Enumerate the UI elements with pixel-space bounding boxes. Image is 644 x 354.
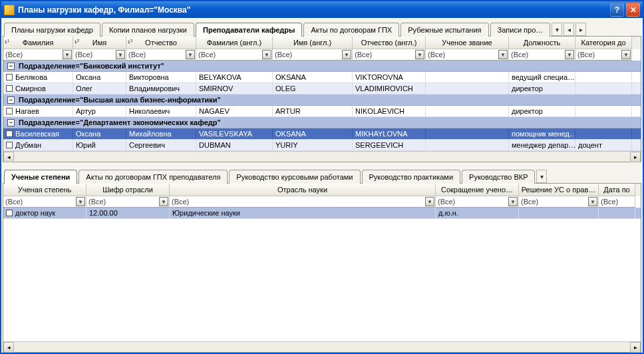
empty-grid-area — [3, 219, 641, 341]
help-button[interactable]: ? — [610, 3, 624, 17]
scrollbar-horizontal[interactable]: ◂ ▸ — [3, 151, 641, 162]
main-tabbar: Планы нагрузки кафедр Копии планов нагру… — [1, 18, 643, 36]
row-checkbox[interactable] — [6, 210, 13, 216]
tab-degrees[interactable]: Ученые степени — [4, 170, 77, 184]
table-row[interactable]: доктор наук 12.00.00 Юридические науки д… — [3, 208, 641, 219]
scroll-track[interactable] — [14, 342, 630, 352]
collapse-icon[interactable]: − — [7, 63, 15, 70]
lower-filter-row: (Все)▼ (Все)▼ (Все)▼ (Все)▼ (Все)▼ (Все) — [3, 196, 641, 208]
collapse-icon[interactable]: − — [7, 96, 15, 104]
lower-tabbar: Ученые степени Акты по договорам ГПХ пре… — [1, 169, 643, 183]
col-surname-en[interactable]: Фамилия (англ.) — [196, 37, 273, 49]
row-checkbox[interactable] — [6, 74, 13, 81]
chevron-down-icon[interactable]: ▼ — [76, 197, 85, 206]
table-row[interactable]: Смирнов Олег Владимирович SMIRNOV OLEG V… — [3, 83, 641, 94]
scroll-right-icon[interactable]: ▸ — [630, 342, 641, 353]
lower-grid-header: Ученая степень Шифр отрасли Отрасль наук… — [3, 184, 641, 196]
close-button[interactable]: ✕ — [626, 3, 640, 17]
table-row-selected[interactable]: Василевская Оксана Михайловна VASILEVSKA… — [3, 128, 641, 140]
scroll-left-icon[interactable]: ◂ — [3, 152, 14, 162]
tab-practice[interactable]: Руководство практиками — [362, 170, 461, 184]
tab-thesis[interactable]: Руководство ВКР — [462, 170, 535, 184]
tab-plans[interactable]: Планы нагрузки кафедр — [4, 23, 100, 37]
filter-branch[interactable]: (Все)▼ — [170, 196, 436, 208]
row-checkbox[interactable] — [6, 130, 13, 137]
scroll-track[interactable] — [14, 152, 630, 162]
filter-degree[interactable]: (Все)▼ — [3, 196, 86, 208]
lower-section: Ученые степени Акты по договорам ГПХ пре… — [1, 169, 643, 353]
chevron-down-icon[interactable]: ▼ — [588, 197, 597, 206]
col-branch[interactable]: Отрасль науки — [170, 184, 436, 196]
row-checkbox[interactable] — [6, 85, 13, 92]
group-label: Подразделение="Департамент экономических… — [19, 118, 221, 126]
group-business-school[interactable]: − Подразделение="Высшая школа бизнес-инф… — [3, 94, 641, 106]
app-window: Планы нагрузки кафедр, Филиал="Москва" ?… — [0, 0, 644, 354]
chevron-down-icon[interactable]: ▼ — [425, 197, 434, 206]
chevron-down-icon[interactable]: ▼ — [498, 50, 508, 59]
chevron-down-icon[interactable]: ▼ — [159, 197, 168, 206]
chevron-down-icon[interactable]: ▼ — [565, 50, 574, 59]
filter-code[interactable]: (Все)▼ — [86, 196, 170, 208]
chevron-down-icon[interactable]: ▼ — [342, 50, 351, 59]
collapse-icon[interactable]: − — [7, 119, 15, 126]
table-row[interactable]: Дубман Юрий Сергеевич DUBMAN YURIY SERGE… — [3, 140, 641, 151]
col-patronymic[interactable]: ₁³Отчество — [126, 37, 196, 49]
group-economics-dept[interactable]: − Подразделение="Департамент экономическ… — [3, 117, 641, 128]
tab-acts[interactable]: Акты по договорам ГПХ — [303, 23, 399, 37]
scroll-right-icon[interactable]: ▸ — [630, 152, 641, 162]
tab-records[interactable]: Записи про… — [490, 23, 551, 37]
filter-rank[interactable]: (Все)▼ — [426, 49, 509, 61]
filter-category[interactable]: (Все)▼ — [575, 49, 632, 61]
col-surname[interactable]: ₁¹Фамилия — [3, 37, 73, 49]
filter-patronymic[interactable]: (Все)▼ — [126, 49, 196, 61]
tab-teacher-acts[interactable]: Акты по договорам ГПХ преподавателя — [79, 170, 228, 184]
tab-menu-icon[interactable]: ▾ — [552, 23, 562, 36]
col-rank[interactable]: Ученое звание — [426, 37, 509, 49]
col-date[interactable]: Дата по — [599, 184, 635, 196]
tab-teachers[interactable]: Преподаватели кафедры — [196, 23, 302, 37]
filter-surname-en[interactable]: (Все)▼ — [196, 49, 273, 61]
tab-menu-icon[interactable]: ▾ — [536, 170, 547, 183]
tab-coursework[interactable]: Руководство курсовыми работами — [229, 170, 360, 184]
col-name-en[interactable]: Имя (англ.) — [273, 37, 353, 49]
row-checkbox[interactable] — [6, 142, 13, 148]
col-degree[interactable]: Ученая степень — [3, 184, 86, 196]
chevron-down-icon[interactable]: ▼ — [186, 50, 195, 59]
col-name[interactable]: ₁²Имя — [73, 37, 126, 49]
grid-header-row: ₁¹Фамилия ₁²Имя ₁³Отчество Фамилия (англ… — [3, 37, 641, 49]
app-icon — [4, 5, 15, 15]
group-bank-institute[interactable]: − Подразделение="Банковский институт" — [3, 61, 641, 72]
col-decision[interactable]: Решение УС о прав… — [519, 184, 599, 196]
table-row[interactable]: Нагаев Артур Николаевич NAGAEV ARTUR NIK… — [3, 106, 641, 117]
chevron-down-icon[interactable]: ▼ — [116, 50, 125, 59]
col-patronymic-en[interactable]: Отчество (англ.) — [353, 37, 426, 49]
col-category[interactable]: Категория до — [575, 37, 632, 49]
filter-date[interactable]: (Все) — [599, 196, 635, 208]
chevron-down-icon[interactable]: ▼ — [621, 50, 631, 59]
col-abbr[interactable]: Сокращение учено… — [436, 184, 519, 196]
chevron-down-icon[interactable]: ▼ — [415, 50, 424, 59]
filter-position[interactable]: (Все)▼ — [509, 49, 575, 61]
table-row[interactable]: Белякова Оксана Викторовна BELYAKOVA OKS… — [3, 72, 641, 83]
filter-surname[interactable]: (Все)▼ — [3, 49, 73, 61]
chevron-down-icon[interactable]: ▼ — [63, 50, 72, 59]
group-label: Подразделение="Высшая школа бизнес-инфор… — [19, 96, 221, 104]
col-position[interactable]: Должность — [509, 37, 575, 49]
filter-name-en[interactable]: (Все)▼ — [273, 49, 353, 61]
filter-patronymic-en[interactable]: (Все)▼ — [353, 49, 426, 61]
filter-abbr[interactable]: (Все)▼ — [436, 196, 519, 208]
tab-tests[interactable]: Рубежные испытания — [401, 23, 488, 37]
scrollbar-horizontal[interactable]: ◂ ▸ — [3, 341, 641, 352]
row-checkbox[interactable] — [6, 108, 13, 114]
col-patr-label: Отчество — [145, 39, 177, 47]
tab-scroll-left[interactable]: ◂ — [564, 23, 574, 36]
filter-name[interactable]: (Все)▼ — [73, 49, 126, 61]
filter-decision[interactable]: (Все)▼ — [519, 196, 599, 208]
tab-copies[interactable]: Копии планов нагрузки — [102, 23, 194, 37]
titlebar[interactable]: Планы нагрузки кафедр, Филиал="Москва" ?… — [1, 1, 643, 18]
scroll-left-icon[interactable]: ◂ — [3, 342, 14, 353]
tab-scroll-right[interactable]: ▸ — [575, 23, 586, 36]
chevron-down-icon[interactable]: ▼ — [262, 50, 271, 59]
col-code[interactable]: Шифр отрасли — [86, 184, 170, 196]
chevron-down-icon[interactable]: ▼ — [508, 197, 518, 206]
